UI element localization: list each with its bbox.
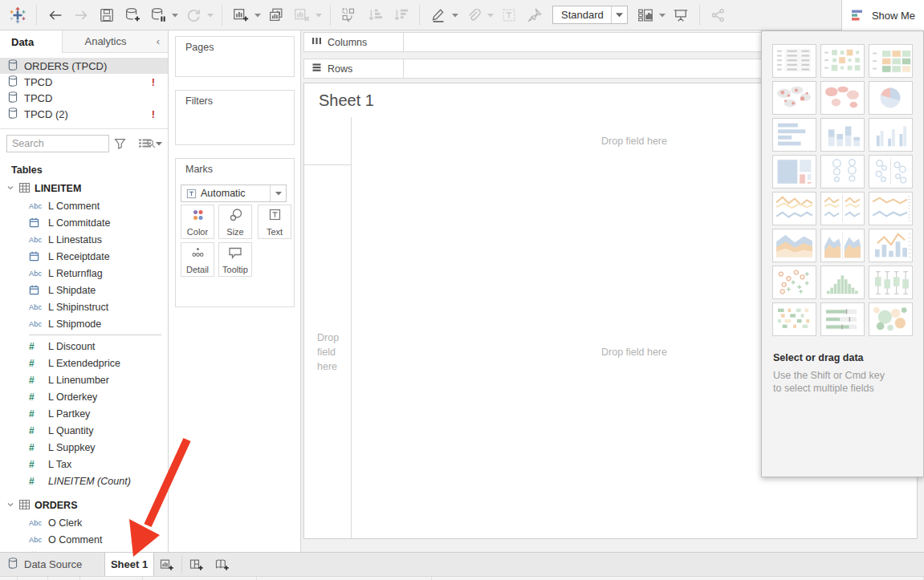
fit-selector[interactable]: Standard bbox=[552, 6, 628, 24]
new-worksheet-icon[interactable] bbox=[230, 5, 251, 26]
showme-thumb-heat-map[interactable] bbox=[820, 44, 865, 78]
showme-thumb-highlight-table[interactable] bbox=[869, 44, 913, 78]
field-item[interactable]: #L Suppkey bbox=[0, 439, 168, 456]
field-item[interactable]: AbcL Shipmode bbox=[0, 315, 168, 332]
field-item[interactable]: AbcL Linestatus bbox=[0, 231, 168, 248]
new-dashboard-tab-icon[interactable] bbox=[184, 553, 210, 576]
field-item[interactable]: L Shipdate bbox=[0, 282, 168, 298]
marks-button-size[interactable]: Size bbox=[218, 205, 252, 239]
clear-sheet-caret-icon[interactable] bbox=[315, 5, 323, 26]
show-hide-cards-caret-icon[interactable] bbox=[658, 5, 666, 26]
field-item[interactable]: AbcL Shipinstruct bbox=[0, 298, 168, 315]
showme-thumb-continuous-lines[interactable] bbox=[772, 192, 816, 225]
field-item[interactable]: AbcO Clerk bbox=[0, 514, 168, 531]
collapse-pane-icon[interactable]: ‹ bbox=[149, 30, 168, 52]
showme-thumb-dual-combination[interactable] bbox=[869, 229, 913, 262]
mark-type-caret-icon[interactable] bbox=[270, 185, 286, 201]
showme-thumb-box-and-whisker[interactable] bbox=[869, 266, 913, 299]
showme-thumb-treemap[interactable] bbox=[772, 155, 816, 189]
field-item[interactable]: AbcL Comment bbox=[0, 197, 168, 214]
new-story-tab-icon[interactable] bbox=[210, 553, 235, 576]
presentation-mode-icon[interactable] bbox=[670, 5, 691, 26]
field-item[interactable]: #L Discount bbox=[0, 338, 168, 355]
showme-thumb-circle-views[interactable] bbox=[820, 155, 865, 189]
field-item[interactable]: #LINEITEM (Count) bbox=[0, 473, 168, 489]
showme-thumb-filled-map[interactable] bbox=[820, 81, 865, 115]
field-item[interactable]: #L Partkey bbox=[0, 405, 168, 422]
table-group-header[interactable]: ORDERS bbox=[0, 497, 168, 514]
search-input-wrap[interactable] bbox=[6, 135, 109, 152]
field-item[interactable]: L Receiptdate bbox=[0, 248, 168, 265]
clear-sheet-icon[interactable] bbox=[291, 5, 312, 26]
mark-type-dropdown[interactable]: Automatic bbox=[181, 185, 287, 202]
marks-button-color[interactable]: Color bbox=[181, 205, 214, 239]
field-item[interactable]: #L Quantity bbox=[0, 422, 168, 439]
showme-thumb-packed-bubbles[interactable] bbox=[869, 302, 913, 336]
pages-shelf[interactable]: Pages bbox=[175, 36, 295, 77]
sort-descending-icon[interactable] bbox=[390, 5, 411, 26]
showme-thumb-bullet-graph[interactable] bbox=[820, 302, 865, 336]
filters-shelf[interactable]: Filters bbox=[175, 90, 295, 145]
showme-thumb-side-by-side-circles[interactable] bbox=[869, 155, 913, 189]
field-item[interactable]: AbcL Returnflag bbox=[0, 265, 168, 282]
table-group-header[interactable]: LINEITEM bbox=[0, 180, 168, 197]
view-options-caret-icon[interactable] bbox=[156, 141, 162, 146]
showme-thumb-symbol-map[interactable] bbox=[772, 81, 816, 115]
new-data-source-icon[interactable] bbox=[122, 5, 143, 26]
showme-thumb-pie-chart[interactable] bbox=[869, 81, 913, 115]
showme-thumb-side-by-side-bars[interactable] bbox=[869, 118, 913, 152]
marks-button-text[interactable]: Text bbox=[258, 205, 291, 239]
drop-zone-rows[interactable]: Drop field here bbox=[304, 165, 352, 538]
marks-button-detail[interactable]: Detail bbox=[181, 242, 214, 277]
group-members-icon[interactable] bbox=[463, 5, 484, 26]
show-me-button[interactable]: Show Me bbox=[841, 0, 924, 30]
refresh-data-caret-icon[interactable] bbox=[206, 5, 214, 26]
datasource-item[interactable]: TPCD bbox=[0, 90, 168, 106]
view-options-icon[interactable] bbox=[139, 139, 151, 148]
swap-rows-and-columns-icon[interactable] bbox=[339, 5, 360, 26]
datasource-item[interactable]: TPCD! bbox=[0, 74, 168, 90]
showme-thumb-discrete-area[interactable] bbox=[820, 229, 865, 262]
datasource-item[interactable]: ORDERS (TPCD) bbox=[0, 58, 168, 74]
field-item[interactable]: L Commitdate bbox=[0, 214, 168, 231]
tableau-logo-icon[interactable] bbox=[7, 5, 28, 26]
highlight-caret-icon[interactable] bbox=[451, 5, 459, 26]
pause-auto-updates-icon[interactable] bbox=[148, 5, 169, 26]
showme-thumb-scatter-plot[interactable] bbox=[772, 266, 816, 299]
showme-thumb-continuous-area[interactable] bbox=[772, 229, 816, 262]
field-item[interactable]: #L Extendedprice bbox=[0, 355, 168, 371]
save-icon[interactable] bbox=[96, 5, 117, 26]
showme-thumb-discrete-lines[interactable] bbox=[820, 192, 865, 225]
field-item[interactable]: #L Linenumber bbox=[0, 371, 168, 388]
sheet-1-tab[interactable]: Sheet 1 bbox=[104, 553, 154, 576]
marks-button-tooltip[interactable]: Tooltip bbox=[218, 242, 252, 277]
fit-selector-caret-icon[interactable] bbox=[611, 6, 627, 23]
fix-axes-icon[interactable] bbox=[524, 5, 545, 26]
show-mark-labels-icon[interactable] bbox=[499, 5, 519, 26]
field-item[interactable]: AbcO Comment bbox=[0, 531, 168, 548]
showme-thumb-dual-lines[interactable] bbox=[869, 192, 913, 225]
filter-fields-icon[interactable] bbox=[114, 138, 126, 149]
refresh-data-icon[interactable] bbox=[183, 5, 204, 26]
group-members-caret-icon[interactable] bbox=[486, 5, 495, 26]
field-item[interactable]: #L Orderkey bbox=[0, 388, 168, 405]
tab-data[interactable]: Data bbox=[0, 30, 63, 53]
showme-thumb-horizontal-bars[interactable] bbox=[772, 118, 816, 152]
share-workbook-icon[interactable] bbox=[708, 5, 729, 26]
highlight-icon[interactable] bbox=[428, 5, 449, 26]
sort-ascending-icon[interactable] bbox=[364, 5, 385, 26]
redo-icon[interactable] bbox=[71, 5, 92, 26]
tab-analytics[interactable]: Analytics bbox=[63, 30, 149, 52]
new-worksheet-tab-icon[interactable] bbox=[154, 553, 180, 576]
showme-thumb-text-table[interactable] bbox=[772, 44, 816, 78]
undo-icon[interactable] bbox=[45, 5, 66, 26]
showme-thumb-stacked-bars[interactable] bbox=[820, 118, 865, 152]
duplicate-sheet-icon[interactable] bbox=[266, 5, 287, 26]
showme-thumb-gantt[interactable] bbox=[772, 302, 816, 336]
showme-thumb-histogram[interactable] bbox=[820, 266, 865, 299]
data-source-tab[interactable]: Data Source bbox=[0, 553, 98, 576]
new-worksheet-caret-icon[interactable] bbox=[254, 5, 262, 26]
chevron-down-icon[interactable] bbox=[6, 500, 14, 511]
show-hide-cards-icon[interactable] bbox=[635, 5, 656, 26]
pause-auto-updates-caret-icon[interactable] bbox=[171, 5, 179, 26]
